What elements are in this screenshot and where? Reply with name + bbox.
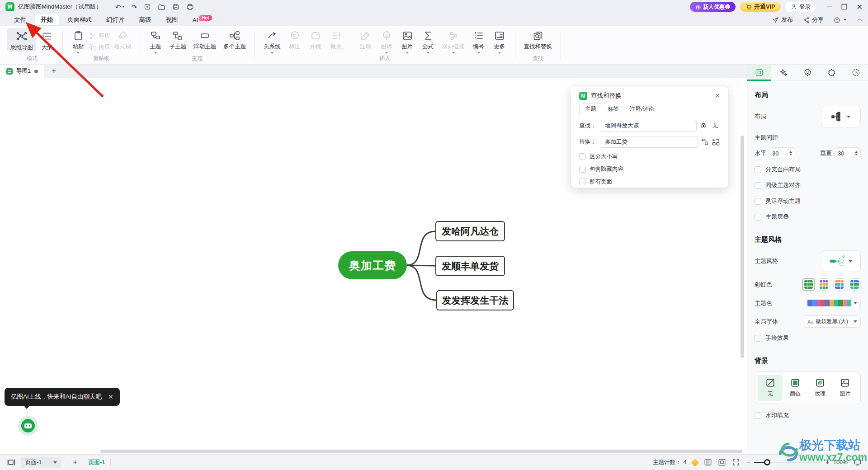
replace-input[interactable]: 奥加工费 — [601, 136, 698, 148]
dialog-tab-label[interactable]: 标签 — [602, 103, 624, 115]
zoom-out-button[interactable]: − — [746, 458, 750, 466]
option-watermark-fill[interactable]: 水印填充 — [755, 411, 861, 419]
rainbow-option-colorful[interactable] — [818, 278, 830, 291]
background-option-image[interactable]: 图片 — [833, 375, 858, 401]
sidebar-tab-history[interactable] — [844, 65, 868, 80]
option-hand-drawn[interactable]: 手绘效果 — [755, 334, 861, 342]
close-button[interactable]: ✕ — [857, 3, 863, 11]
spinner-arrows-icon[interactable] — [789, 151, 792, 155]
floating-topic-button[interactable]: 浮动主题 — [190, 28, 219, 51]
publish-button[interactable]: 发布 — [772, 16, 793, 24]
boundary-button[interactable]: 外框 — [306, 28, 326, 51]
ai-chat-button[interactable] — [18, 416, 38, 436]
replace-all-icon[interactable] — [712, 138, 720, 146]
topic-button[interactable]: 主题 — [146, 28, 165, 54]
cut-button[interactable]: 剪切 — [89, 32, 110, 40]
collapse-ribbon-button[interactable] — [856, 17, 863, 23]
find-replace-button[interactable]: 查找和替换 — [521, 28, 556, 51]
zoom-slider-knob[interactable] — [764, 459, 770, 465]
find-input[interactable]: 地阿哥放大该 — [601, 120, 697, 132]
menu-ai[interactable]: AIHot — [187, 15, 218, 25]
sidebar-tab-layout[interactable] — [747, 65, 771, 80]
page-tab[interactable]: 页面-1 — [89, 459, 105, 466]
vertical-spacing-stepper[interactable]: 30 — [835, 147, 861, 159]
pages-icon[interactable] — [6, 459, 15, 466]
horizontal-scrollbar[interactable] — [100, 450, 742, 453]
maximize-button[interactable]: ❐ — [841, 3, 847, 11]
global-font-select[interactable]: Aa 微软雅黑 (大) — [804, 315, 861, 328]
horizontal-spacing-stepper[interactable]: 30 — [769, 147, 795, 159]
mindmap-child-node[interactable]: 发顺丰单发货 — [435, 256, 505, 276]
more-button[interactable]: 更多 — [490, 28, 509, 54]
add-document-button[interactable]: + — [52, 66, 57, 76]
multiple-topics-button[interactable]: 多个主题 — [220, 28, 249, 51]
option-flexible-floating[interactable]: 灵活浮动主题 — [755, 197, 861, 205]
background-option-none[interactable]: 无 — [758, 375, 783, 401]
mindmap-child-node[interactable]: 发哈阿凡达仓 — [435, 221, 505, 241]
theme-style-select[interactable] — [821, 250, 861, 272]
option-sibling-align[interactable]: 同级主题对齐 — [755, 181, 861, 189]
subtopic-button[interactable]: 子主题 — [166, 28, 190, 51]
mindmap-child-node[interactable]: 发发挥发生干法 — [436, 290, 514, 310]
formula-button[interactable]: 公式 — [418, 28, 438, 54]
rainbow-option-warm[interactable] — [833, 278, 845, 291]
zoom-slider[interactable] — [754, 459, 822, 465]
dialog-tab-comment[interactable]: 注释/评论 — [624, 103, 659, 115]
icon-marker-button[interactable]: 图标 — [377, 28, 396, 54]
relationship-button[interactable]: 关系线 — [260, 28, 284, 54]
paste-button[interactable]: 粘贴 — [68, 28, 88, 54]
background-option-texture[interactable]: 纹理 — [808, 375, 833, 401]
option-all-pages[interactable]: 所有页面 — [579, 178, 720, 186]
rainbow-option-mono[interactable] — [802, 278, 815, 291]
redo-button[interactable]: ↷ — [132, 4, 137, 10]
background-option-color[interactable]: 颜色 — [783, 375, 807, 401]
vip-button[interactable]: 开通VIP — [740, 2, 781, 12]
ai-toast-close-button[interactable]: ✕ — [108, 393, 113, 400]
summary-button[interactable]: 概要 — [326, 28, 346, 51]
sidebar-tab-seal[interactable] — [820, 65, 844, 80]
theme-color-select[interactable] — [804, 297, 861, 309]
numbering-button[interactable]: 编号 — [469, 28, 489, 54]
menu-page-style[interactable]: 页面样式 — [61, 14, 98, 25]
zoom-in-button[interactable]: + — [826, 458, 830, 466]
fullscreen-icon[interactable] — [732, 458, 740, 466]
dialog-close-button[interactable]: ✕ — [714, 92, 720, 100]
new-file-button[interactable] — [144, 3, 151, 10]
undo-button[interactable]: ↶ — [115, 4, 125, 10]
print-button[interactable] — [186, 3, 194, 11]
help-button[interactable] — [834, 17, 846, 24]
bidirectional-link-button[interactable]: 双向链接 — [439, 28, 468, 54]
fit-window-icon[interactable] — [718, 458, 726, 466]
login-button[interactable]: 登录 — [785, 2, 816, 12]
spinner-arrows-icon[interactable] — [855, 151, 858, 155]
page-dropdown[interactable]: 页面-1 — [21, 457, 61, 468]
outline-mode-button[interactable]: 大纲 — [37, 28, 57, 52]
copy-button[interactable]: 拷贝 — [89, 43, 110, 51]
minimize-button[interactable]: ─ — [827, 3, 832, 11]
page-view-icon[interactable] — [704, 458, 712, 466]
sidebar-tab-style[interactable] — [771, 65, 795, 80]
add-page-button[interactable]: + — [73, 458, 77, 467]
document-tab[interactable]: 导图1 — [0, 65, 44, 78]
sidebar-tab-sticker[interactable] — [796, 65, 820, 80]
option-match-case[interactable]: 区分大小写 — [579, 153, 720, 160]
menu-file[interactable]: 文件 — [8, 14, 32, 25]
find-next-icon[interactable] — [699, 122, 708, 130]
coupon-badge[interactable]: 新人优惠券 — [690, 2, 736, 12]
mindmap-mode-button[interactable]: 思维导图 — [7, 28, 36, 52]
format-painter-button[interactable]: 格式刷 — [111, 28, 134, 51]
picture-button[interactable]: 图片 — [397, 28, 417, 54]
replace-one-icon[interactable] — [701, 138, 709, 146]
presentation-icon[interactable] — [854, 458, 862, 466]
vertical-scrollbar[interactable] — [741, 136, 744, 358]
dialog-tab-topic[interactable]: 主题 — [579, 103, 602, 115]
menu-home[interactable]: 开始 — [35, 14, 59, 25]
layout-select[interactable] — [821, 106, 861, 127]
menu-advanced[interactable]: 高级 — [133, 14, 157, 25]
menu-slides[interactable]: 幻灯片 — [100, 14, 131, 25]
mindmap-root-node[interactable]: 奥加工费 — [338, 251, 407, 279]
save-button[interactable] — [172, 3, 179, 10]
option-free-branch-layout[interactable]: 分支自由布局 — [755, 165, 861, 174]
share-button[interactable]: 分享 — [803, 16, 824, 24]
comment-button[interactable]: 注释 — [356, 28, 376, 51]
